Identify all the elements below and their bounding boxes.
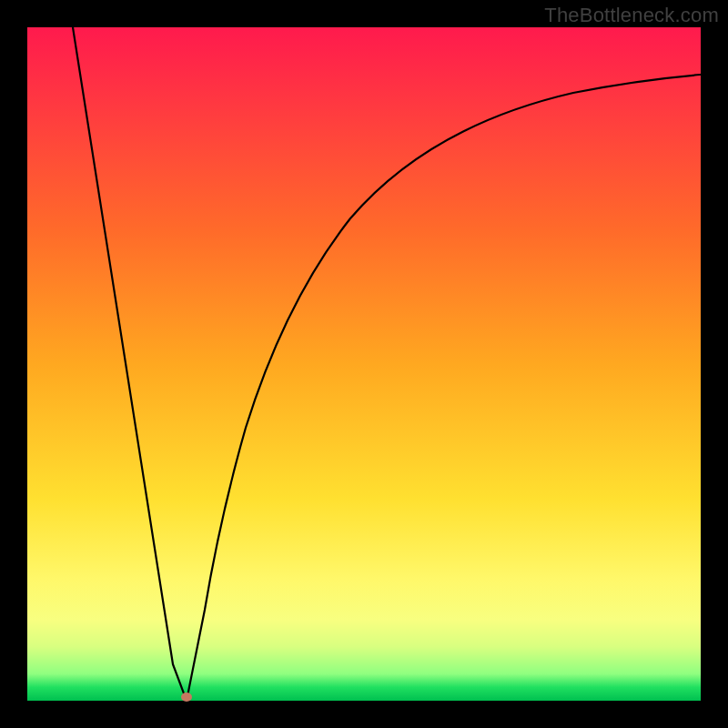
curve-path [73,27,701,701]
plot-area [27,27,701,701]
watermark-text: TheBottleneck.com [544,4,719,27]
bottleneck-curve [27,27,701,701]
optimum-marker [181,693,192,702]
